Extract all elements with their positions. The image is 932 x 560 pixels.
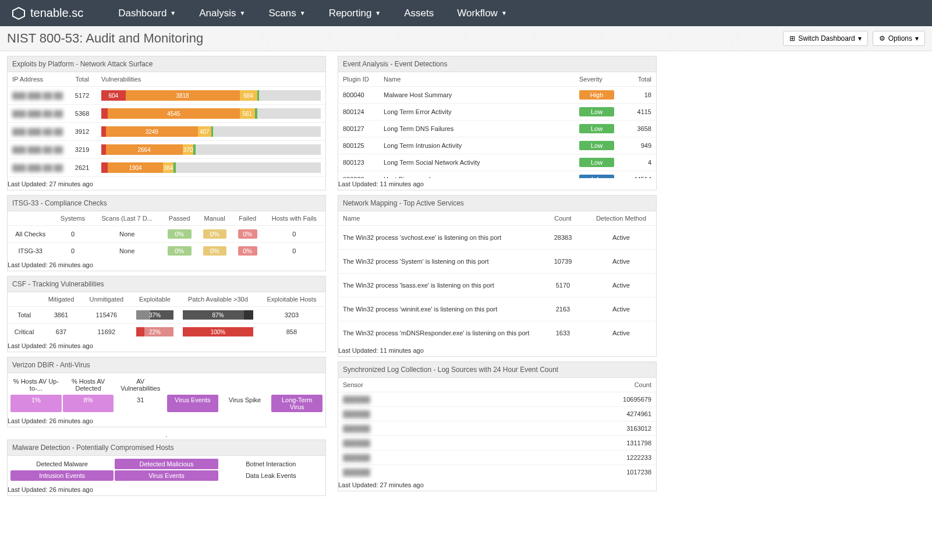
col-method: Detection Method (586, 211, 656, 226)
col-name: Name (379, 72, 575, 87)
severity-badge: High (579, 90, 614, 100)
netmap-table: Name Count Detection Method The Win32 pr… (338, 211, 656, 345)
malware-panel: Malware Detection - Potentially Compromi… (7, 440, 326, 496)
malware-pill[interactable]: Intrusion Events (10, 470, 114, 481)
page-title: NIST 800-53: Audit and Monitoring (7, 31, 203, 46)
grid-icon (789, 34, 795, 42)
nav-workflow[interactable]: Workflow▼ (445, 8, 519, 19)
table-row[interactable]: ███.███.██.██ 3089 2360 502 (8, 177, 325, 179)
table-row[interactable]: 800040Malware Host Summary High 18 (338, 87, 656, 104)
updated-text: Last Updated: 11 minutes ago (338, 345, 656, 356)
updated-text: Last Updated: 11 minutes ago (338, 178, 656, 190)
col-header (8, 211, 53, 226)
col-header: Mitigated (41, 292, 81, 307)
switch-dashboard-button[interactable]: Switch Dashboard ▾ (783, 31, 867, 46)
panel-title: Event Analysis - Event Detections (338, 56, 656, 72)
nav-analysis[interactable]: Analysis▼ (187, 8, 257, 19)
table-row[interactable]: All Checks0None 0% 0% 0% 0 (8, 226, 325, 243)
nav-dashboard[interactable]: Dashboard▼ (107, 8, 187, 19)
av-pill[interactable]: Long-Term Virus (271, 395, 323, 412)
chevron-down-icon: ▼ (501, 10, 507, 16)
col-header: Systems (53, 211, 92, 226)
sensor-cell: ██████ (343, 440, 370, 446)
nav-scans[interactable]: Scans▼ (257, 8, 317, 19)
malware-pill[interactable]: Detected Malicious (115, 459, 218, 469)
nav-reporting[interactable]: Reporting▼ (317, 8, 393, 19)
col-header: Unmitigated (81, 292, 132, 307)
table-row[interactable]: ██████10695679 (338, 392, 656, 407)
col-header: Hosts with Fails (263, 211, 325, 226)
av-value[interactable]: 31 (115, 395, 166, 412)
table-row[interactable]: ██████3163012 (338, 421, 656, 436)
malware-pill[interactable]: Botnet Interaction (219, 459, 323, 469)
av-header (271, 376, 323, 394)
events-table: Plugin ID Name Severity Total 800040Malw… (338, 72, 656, 178)
vuln-cell: 604 3818 684 (97, 87, 325, 105)
col-ip: IP Address (8, 72, 68, 87)
table-row[interactable]: The Win32 process 'mDNSResponder.exe' is… (338, 321, 656, 345)
malware-pill[interactable]: Detected Malware (10, 459, 114, 469)
table-row[interactable]: ██████1017238 (338, 465, 656, 480)
col-vuln: Vulnerabilities (97, 72, 325, 87)
table-row[interactable]: ██████1222233 (338, 451, 656, 465)
table-row[interactable]: The Win32 process 'svchost.exe' is liste… (338, 226, 656, 250)
options-button[interactable]: Options ▾ (873, 31, 925, 46)
panel-title: Network Mapping - Top Active Services (338, 196, 656, 211)
vuln-cell: 2664 370 (97, 141, 325, 159)
ellipsis: . (7, 432, 326, 438)
table-row[interactable]: ██████1311798 (338, 436, 656, 451)
av-pill[interactable]: Virus Spike (219, 395, 271, 412)
ip-cell: ███.███.██.██ (12, 92, 63, 99)
itsg-table: SystemsScans (Last 7 D...PassedManualFai… (8, 211, 325, 259)
malware-pill[interactable]: Virus Events (115, 470, 218, 481)
table-row[interactable]: The Win32 process 'lsass.exe' is listeni… (338, 274, 656, 297)
table-row[interactable]: The Win32 process 'wininit.exe' is liste… (338, 297, 656, 321)
table-row[interactable]: ███.███.██.██ 3219 2664 370 (8, 141, 325, 159)
table-row[interactable]: Total3861115476 37% 87% 3203 (8, 307, 325, 324)
total-cell: 5172 (68, 87, 97, 105)
table-row[interactable]: 800124Long Term Error Activity Low 4115 (338, 104, 656, 120)
panel-title: Malware Detection - Potentially Compromi… (8, 440, 325, 456)
vuln-cell: 1904 384 (97, 159, 325, 177)
table-row[interactable]: ███.███.██.██ 2621 1904 384 (8, 159, 325, 177)
switch-dashboard-label: Switch Dashboard (798, 34, 855, 42)
itsg-panel: ITSG-33 - Compliance Checks SystemsScans… (7, 195, 326, 271)
sensor-cell: ██████ (343, 454, 370, 461)
table-row[interactable]: ██████4274961 (338, 407, 656, 421)
av-value[interactable]: 8% (63, 395, 114, 412)
nav-assets[interactable]: Assets (392, 8, 445, 19)
nav-items: Dashboard▼Analysis▼Scans▼Reporting▼Asset… (107, 8, 519, 19)
severity-badge: Low (579, 124, 614, 133)
table-row[interactable]: The Win32 process 'System' is listening … (338, 250, 656, 274)
total-cell: 5368 (68, 105, 97, 123)
table-row[interactable]: 800125Long Term Intrusion Activity Low 9… (338, 137, 656, 154)
table-row[interactable]: 800127Long Term DNS Failures Low 3658 (338, 120, 656, 137)
exploits-panel: Exploits by Platform - Network Attack Su… (7, 56, 326, 190)
brand-logo[interactable]: tenable.sc (12, 6, 83, 20)
av-panel: Verizon DBIR - Anti-Virus % Hosts AV Up-… (7, 357, 326, 427)
ip-cell: ███.███.██.██ (12, 128, 63, 135)
severity-badge: Low (579, 158, 614, 167)
malware-pill[interactable]: Data Leak Events (219, 470, 323, 481)
col-sev: Severity (575, 72, 621, 87)
col-total: Total (621, 72, 656, 87)
updated-text: Last Updated: 26 minutes ago (8, 259, 325, 271)
right-column: Event Analysis - Event Detections Plugin… (338, 56, 657, 501)
gear-icon (879, 34, 885, 42)
severity-badge: Low (579, 141, 614, 150)
table-row[interactable]: 800000Host Discovered Info 44514 (338, 171, 656, 179)
col-sensor: Sensor (338, 378, 598, 392)
table-row[interactable]: Critical63711692 22% 100% 858 (8, 324, 325, 341)
total-cell: 2621 (68, 159, 97, 177)
table-row[interactable]: ███.███.██.██ 5172 604 3818 684 (8, 87, 325, 105)
av-pill[interactable]: Virus Events (167, 395, 218, 412)
table-row[interactable]: 800123Long Term Social Network Activity … (338, 154, 656, 171)
table-row[interactable]: ITSG-330None 0% 0% 0% 0 (8, 243, 325, 260)
av-row: 1%8%31Virus EventsVirus SpikeLong-Term V… (10, 394, 323, 413)
options-label: Options (888, 34, 912, 42)
hexagon-icon (12, 6, 26, 20)
table-row[interactable]: ███.███.██.██ 3912 3249 407 (8, 123, 325, 141)
table-row[interactable]: ███.███.██.██ 5368 4545 561 (8, 105, 325, 123)
av-value[interactable]: 1% (10, 395, 62, 412)
col-name: Name (338, 211, 540, 226)
